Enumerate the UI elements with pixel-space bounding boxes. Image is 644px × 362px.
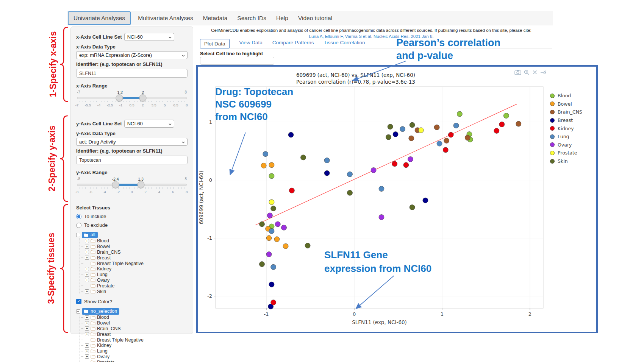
data-point-kidney[interactable] bbox=[494, 128, 499, 133]
data-point-skin[interactable] bbox=[410, 205, 415, 210]
data-point-ovary[interactable] bbox=[371, 168, 376, 173]
tab-view-data[interactable]: View Data bbox=[239, 40, 263, 45]
data-point-blood[interactable] bbox=[503, 113, 509, 119]
zoom-in-icon[interactable] bbox=[524, 70, 530, 75]
legend-item-bowel[interactable]: Bowel bbox=[550, 100, 582, 108]
expand-icon[interactable]: + bbox=[85, 256, 89, 260]
data-point-kidney[interactable] bbox=[443, 147, 448, 153]
tree-item-prostate[interactable]: Prostate bbox=[80, 359, 188, 362]
tree-item-blood[interactable]: +Blood bbox=[80, 315, 188, 320]
data-point-kidney[interactable] bbox=[499, 122, 505, 127]
x-identifier-input[interactable] bbox=[76, 69, 188, 78]
tree-include-root-chip[interactable]: all bbox=[82, 232, 98, 238]
y-data-type-select[interactable]: act: Drug Activity bbox=[76, 138, 188, 146]
y-identifier-input[interactable] bbox=[76, 156, 188, 164]
y-cell-line-select[interactable]: NCI-60 bbox=[124, 120, 174, 128]
data-point-breast[interactable] bbox=[393, 132, 398, 137]
data-point-lung[interactable] bbox=[453, 123, 459, 128]
data-point-lung[interactable] bbox=[269, 228, 274, 234]
data-point-prostate[interactable] bbox=[269, 200, 274, 205]
data-point-bowel[interactable] bbox=[274, 237, 280, 242]
data-point-lung[interactable] bbox=[324, 158, 330, 163]
data-point-ovary[interactable] bbox=[267, 213, 272, 218]
expand-icon[interactable]: + bbox=[85, 354, 89, 359]
data-point-bowel[interactable] bbox=[269, 162, 274, 168]
data-point-kidney[interactable] bbox=[448, 132, 453, 137]
data-point-bowel[interactable] bbox=[261, 163, 266, 168]
data-point-skin[interactable] bbox=[259, 222, 264, 227]
tree-item-skin[interactable]: +Skin bbox=[80, 289, 188, 294]
data-point-brain-cns[interactable] bbox=[444, 138, 449, 143]
expand-icon[interactable]: + bbox=[85, 332, 89, 336]
slider-handle-high[interactable] bbox=[139, 94, 147, 101]
data-point-bowel[interactable] bbox=[266, 236, 272, 241]
expand-icon[interactable]: + bbox=[85, 250, 89, 254]
tree-item-lung[interactable]: +Lung bbox=[80, 272, 188, 278]
tree-item-ovary[interactable]: +Ovary bbox=[80, 354, 188, 360]
show-color-checkbox[interactable]: ✓ Show Color? bbox=[76, 299, 188, 304]
legend-item-breast[interactable]: Breast bbox=[550, 116, 582, 125]
tree-include-root[interactable]: −all bbox=[76, 232, 188, 238]
tree-item-bowel[interactable]: +Bowel bbox=[80, 244, 188, 250]
data-point-skin[interactable] bbox=[301, 155, 306, 160]
legend-item-blood[interactable]: Blood bbox=[550, 92, 582, 100]
data-point-skin[interactable] bbox=[259, 262, 264, 267]
expand-icon[interactable]: + bbox=[85, 245, 89, 249]
data-point-prostate[interactable] bbox=[418, 128, 424, 133]
data-point-breast[interactable] bbox=[324, 170, 330, 176]
data-point-brain-cns[interactable] bbox=[409, 136, 414, 141]
expand-icon[interactable]: + bbox=[85, 267, 89, 271]
data-point-brain-cns[interactable] bbox=[434, 125, 439, 130]
slider-handle-low[interactable] bbox=[112, 181, 119, 188]
data-point-blood[interactable] bbox=[457, 111, 462, 117]
tree-item-blood[interactable]: +Blood bbox=[80, 238, 188, 244]
data-point-lung[interactable] bbox=[379, 186, 384, 192]
autoscale-icon[interactable] bbox=[540, 70, 546, 75]
tab-plot-data[interactable]: Plot Data bbox=[200, 39, 230, 48]
data-point-brain-cns[interactable] bbox=[465, 135, 470, 140]
data-point-kidney[interactable] bbox=[289, 188, 294, 193]
data-point-ovary[interactable] bbox=[275, 222, 280, 227]
slider-handle-low[interactable] bbox=[116, 94, 123, 101]
expand-icon[interactable]: + bbox=[85, 343, 89, 348]
expand-icon[interactable]: + bbox=[85, 315, 89, 320]
tab-tissue-correlation[interactable]: Tissue Correlation bbox=[324, 40, 365, 45]
tree-item-lung[interactable]: +Lung bbox=[80, 348, 188, 354]
data-point-skin[interactable] bbox=[271, 206, 276, 211]
nav-tab-search-ids[interactable]: Search IDs bbox=[232, 12, 271, 24]
x-data-type-select[interactable]: exp: mRNA Expression (Z-Score) bbox=[76, 51, 188, 59]
data-point-ovary[interactable] bbox=[281, 225, 286, 230]
nav-tab-help[interactable]: Help bbox=[271, 12, 293, 24]
data-point-blood[interactable] bbox=[269, 173, 274, 179]
legend-item-brain-cns[interactable]: Brain_CNS bbox=[550, 108, 582, 116]
x-range-slider[interactable]: -78-1.22-7-5.5-4-2.5-10.523.556.58 bbox=[77, 90, 187, 110]
data-point-skin[interactable] bbox=[410, 122, 415, 128]
tree-item-bowel[interactable]: +Bowel bbox=[80, 320, 188, 326]
tree-item-kidney[interactable]: +Kidney bbox=[80, 266, 188, 272]
data-point-skin[interactable] bbox=[347, 190, 352, 195]
legend-item-lung[interactable]: Lung bbox=[550, 133, 582, 141]
pan-icon[interactable] bbox=[532, 70, 538, 75]
data-point-skin[interactable] bbox=[388, 124, 393, 130]
data-point-breast[interactable] bbox=[269, 282, 274, 287]
tree-item-brain-cns[interactable]: +Brain_CNS bbox=[80, 326, 188, 332]
data-point-ovary[interactable] bbox=[266, 252, 272, 257]
data-point-skin[interactable] bbox=[305, 243, 310, 248]
expand-icon[interactable]: + bbox=[85, 289, 89, 293]
collapse-icon[interactable]: − bbox=[76, 233, 80, 237]
expand-icon[interactable]: + bbox=[85, 349, 89, 353]
tab-compare-patterns[interactable]: Compare Patterns bbox=[272, 40, 314, 45]
tree-item-brain-cns[interactable]: +Brain_CNS bbox=[80, 250, 188, 255]
expand-icon[interactable]: + bbox=[85, 273, 89, 277]
data-point-skin[interactable] bbox=[386, 134, 391, 140]
data-point-lung[interactable] bbox=[347, 172, 352, 177]
tree-color-root-chip[interactable]: no_selection bbox=[82, 308, 119, 315]
tree-item-breast[interactable]: +Breast bbox=[80, 255, 188, 261]
tree-item-kidney[interactable]: +Kidney bbox=[80, 343, 188, 348]
slider-handle-high[interactable] bbox=[137, 181, 144, 188]
nav-tab-multivariate-analyses[interactable]: Multivariate Analyses bbox=[133, 12, 198, 24]
data-point-brain-cns[interactable] bbox=[516, 121, 521, 126]
data-point-lung[interactable] bbox=[400, 126, 405, 132]
data-point-breast[interactable] bbox=[423, 198, 428, 203]
legend-item-ovary[interactable]: Ovary bbox=[550, 141, 582, 149]
